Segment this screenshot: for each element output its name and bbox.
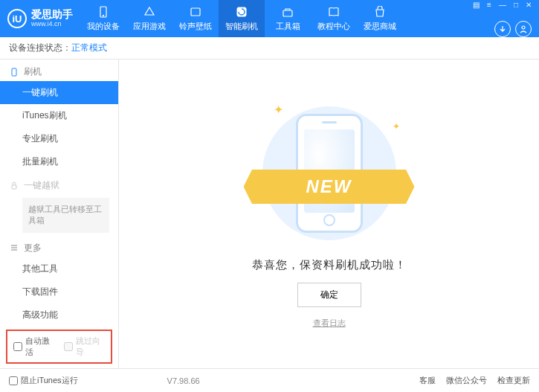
download-button[interactable] <box>494 21 511 37</box>
sidebar-advanced[interactable]: 高级功能 <box>0 303 118 327</box>
minimize-icon[interactable]: — <box>499 1 506 9</box>
nav-apps[interactable]: 应用游戏 <box>126 0 172 37</box>
svg-rect-2 <box>191 8 200 16</box>
checkbox-auto-activate[interactable]: 自动激活 <box>13 335 55 358</box>
sparkle-icon: ✦ <box>393 121 400 132</box>
success-message: 恭喜您，保资料刷机成功啦！ <box>252 258 407 272</box>
user-button[interactable] <box>515 21 532 37</box>
close-icon[interactable]: ✕ <box>526 1 532 9</box>
sidebar-onekey-flash[interactable]: 一键刷机 <box>0 81 118 104</box>
footer-service[interactable]: 客服 <box>419 375 436 386</box>
main-content: NEW ✦ ✦ 恭喜您，保资料刷机成功啦！ 确定 查看日志 <box>119 60 539 368</box>
book-icon <box>327 5 340 19</box>
brand-logo: iU 爱思助手 www.i4.cn <box>7 9 73 28</box>
nav-ringtones[interactable]: 铃声壁纸 <box>172 0 219 37</box>
sidebar-other-tools[interactable]: 其他工具 <box>0 257 118 280</box>
svg-point-5 <box>522 26 525 29</box>
section-flash[interactable]: 刷机 <box>0 60 118 81</box>
checkbox-block-itunes[interactable]: 阻止iTunes运行 <box>9 375 78 386</box>
ok-button[interactable]: 确定 <box>297 283 361 307</box>
toolbox-icon <box>281 5 294 19</box>
view-log-link[interactable]: 查看日志 <box>313 318 346 329</box>
svg-rect-7 <box>12 185 16 189</box>
checkbox-group: 自动激活 跳过向导 <box>6 330 112 364</box>
window-controls: ▤ ≡ — □ ✕ <box>473 1 532 9</box>
top-nav: 我的设备 应用游戏 铃声壁纸 智能刷机 工具箱 教程中心 爱思商城 <box>80 0 473 37</box>
checkbox-skip-guide[interactable]: 跳过向导 <box>64 335 106 358</box>
status-bar: 设备连接状态： 正常模式 <box>0 37 539 60</box>
footer: 阻止iTunes运行 V7.98.66 客服 微信公众号 检查更新 <box>0 368 539 392</box>
titlebar: iU 爱思助手 www.i4.cn 我的设备 应用游戏 铃声壁纸 智能刷机 工具… <box>0 0 539 37</box>
sidebar-itunes-flash[interactable]: iTunes刷机 <box>0 104 118 127</box>
brand-name: 爱思助手 <box>31 9 73 20</box>
sidebar: 刷机 一键刷机 iTunes刷机 专业刷机 批量刷机 一键越狱 越狱工具已转移至… <box>0 60 119 368</box>
success-illustration: NEW ✦ ✦ <box>251 99 407 248</box>
logo-icon: iU <box>7 9 27 28</box>
svg-rect-4 <box>283 10 292 16</box>
device-info[interactable]: iPhone 15 Pro Max 512GB iPhone <box>0 367 118 368</box>
lock-icon <box>9 181 19 191</box>
sparkle-icon: ✦ <box>274 103 283 117</box>
nav-store[interactable]: 爱思商城 <box>357 0 403 37</box>
section-more[interactable]: 更多 <box>0 236 118 257</box>
more-icon <box>9 242 19 253</box>
flash-icon <box>235 5 248 19</box>
menu-icon[interactable]: ▤ <box>473 1 480 9</box>
apps-icon <box>143 5 156 19</box>
status-value: 正常模式 <box>71 42 107 54</box>
jailbreak-note: 越狱工具已转移至工具箱 <box>22 198 109 233</box>
flash-section-icon <box>9 67 19 77</box>
nav-toolbox[interactable]: 工具箱 <box>265 0 311 37</box>
sidebar-batch-flash[interactable]: 批量刷机 <box>0 150 118 173</box>
svg-point-1 <box>103 15 104 16</box>
nav-flash[interactable]: 智能刷机 <box>219 0 265 37</box>
version-label: V7.98.66 <box>167 376 200 385</box>
svg-rect-6 <box>12 68 16 76</box>
sidebar-download-firmware[interactable]: 下载固件 <box>0 280 118 303</box>
store-icon <box>373 5 387 19</box>
maximize-icon[interactable]: □ <box>514 1 518 9</box>
footer-wechat[interactable]: 微信公众号 <box>446 375 487 386</box>
new-ribbon: NEW <box>244 170 415 204</box>
settings-icon[interactable]: ≡ <box>487 1 491 9</box>
media-icon <box>189 5 202 19</box>
nav-tutorials[interactable]: 教程中心 <box>311 0 357 37</box>
nav-my-device[interactable]: 我的设备 <box>80 0 126 37</box>
section-jailbreak: 一键越狱 <box>0 173 118 195</box>
status-label: 设备连接状态： <box>9 42 71 54</box>
footer-update[interactable]: 检查更新 <box>497 375 530 386</box>
brand-url: www.i4.cn <box>31 21 73 28</box>
phone-icon <box>97 5 110 19</box>
sidebar-pro-flash[interactable]: 专业刷机 <box>0 127 118 150</box>
